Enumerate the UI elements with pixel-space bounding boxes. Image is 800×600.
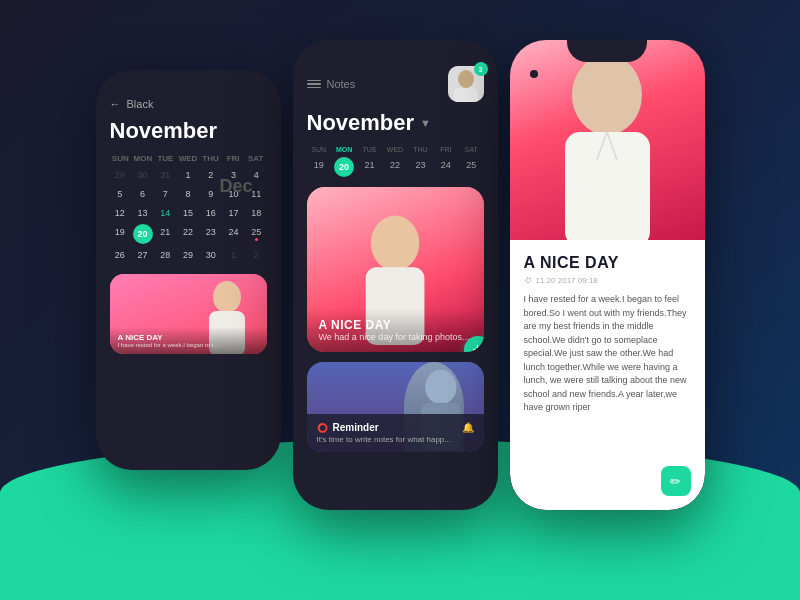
cal-header-mon: MON [132,154,154,163]
notes-month: November ▼ [307,110,484,136]
notes-title-area: Notes [307,78,356,90]
phone-mid-content: Notes 3 November ▼ [293,40,498,510]
mid-cal-header-wed: WED [383,146,407,153]
cal-day[interactable]: 30 [200,247,221,264]
svg-point-3 [458,70,474,88]
bell-icon: 🔔 [462,422,474,433]
calendar-next-month: Dec [219,176,252,197]
cal-header-tue: TUE [155,154,177,163]
cal-day[interactable]: 22 [178,224,199,245]
mid-cal-d-today[interactable]: 20 [334,157,354,177]
cal-day[interactable]: 9 [200,186,221,203]
cal-day-today[interactable]: 20 [133,224,153,244]
mid-cal-d[interactable]: 24 [434,157,458,177]
mid-cal-header-mon: MON [332,146,356,153]
cal-header-fri: FRI [222,154,244,163]
svg-point-9 [572,55,642,135]
cal-day[interactable]: 23 [200,224,221,245]
notes-label: Notes [327,78,356,90]
back-arrow-icon: ← [110,98,121,110]
cal-day[interactable]: 29 [110,167,131,184]
cal-day[interactable]: 25 [246,224,267,245]
mid-cal-d[interactable]: 23 [408,157,432,177]
mid-cal-header-sun: SUN [307,146,331,153]
cal-day[interactable]: 5 [110,186,131,203]
cal-day[interactable]: 18 [246,205,267,222]
phone-left: ← Black November Dec SUN MON TUE WED THU… [96,70,281,470]
cal-day[interactable]: 16 [200,205,221,222]
edit-button[interactable]: ✏ [661,466,691,496]
cal-day[interactable]: 19 [110,224,131,245]
cal-day[interactable]: 21 [155,224,176,245]
cal-day[interactable]: 6 [132,186,153,203]
reminder-circle-icon: ⭕ [317,423,328,433]
left-card-text: A NICE DAY I have rested for a week.I be… [110,327,267,354]
cal-day[interactable]: 1 [223,247,244,264]
detail-photo [510,40,705,240]
nice-day-info: A NICE DAY We had a nice day for taking … [307,308,484,352]
cal-day[interactable]: 13 [132,205,153,222]
cal-day[interactable]: 24 [223,224,244,245]
svg-rect-10 [565,132,650,240]
cal-day[interactable]: 15 [178,205,199,222]
hamburger-icon[interactable] [307,80,321,89]
detail-date-value: 11.20 2017 09:18 [536,276,598,285]
svg-point-0 [213,281,241,313]
cal-day[interactable]: 17 [223,205,244,222]
mid-cal-d[interactable]: 19 [307,157,331,177]
notes-month-label: November [307,110,415,136]
mid-cal-d[interactable]: 22 [383,157,407,177]
nice-day-card[interactable]: A NICE DAY We had a nice day for taking … [307,187,484,352]
cal-day[interactable]: 28 [155,247,176,264]
camera-dot [530,70,538,78]
reminder-label-text: Reminder [333,422,379,433]
mid-cal-header-fri: FRI [434,146,458,153]
reminder-overlay: ⭕ Reminder 🔔 It's time to write notes fo… [307,414,484,452]
cal-day[interactable]: 1 [178,167,199,184]
detail-title: A NICE DAY [524,254,691,272]
back-label: Black [127,98,154,110]
cal-day[interactable]: 29 [178,247,199,264]
edit-icon: ✏ [670,474,681,489]
cal-day[interactable]: 31 [155,167,176,184]
phone-mid: Notes 3 November ▼ [293,40,498,510]
mid-cal-header-sat: SAT [459,146,483,153]
month-arrow-icon[interactable]: ▼ [420,117,431,129]
cal-day[interactable]: 12 [110,205,131,222]
left-card-title: A NICE DAY [118,333,259,342]
mid-cal-d[interactable]: 21 [357,157,381,177]
phone-left-content: ← Black November Dec SUN MON TUE WED THU… [96,70,281,470]
svg-point-5 [370,216,418,271]
mid-cal-header: SUN MON TUE WED THU FRI SAT [307,146,484,153]
cal-day[interactable]: 8 [178,186,199,203]
avatar-wrapper: 3 [448,66,484,102]
back-button[interactable]: ← Black [110,98,267,110]
calendar-month-title: November [110,118,267,144]
cal-day[interactable]: 30 [132,167,153,184]
reminder-header-row: ⭕ Reminder 🔔 [317,422,474,433]
cal-day[interactable]: 2 [200,167,221,184]
cal-day[interactable]: 27 [132,247,153,264]
left-card-desc: I have rested for a week.I began to t... [118,342,259,348]
mid-cal-header-tue: TUE [357,146,381,153]
cal-day[interactable]: 7 [155,186,176,203]
svg-rect-4 [454,88,478,102]
mid-cal-row: 19 20 21 22 23 24 25 [307,157,484,177]
reminder-card[interactable]: ⭕ Reminder 🔔 It's time to write notes fo… [307,362,484,452]
reminder-label: ⭕ Reminder [317,422,379,433]
notes-header: Notes 3 [307,66,484,102]
nice-day-title: A NICE DAY [319,318,472,332]
left-card-preview[interactable]: A NICE DAY I have rested for a week.I be… [110,274,267,354]
cal-header-sun: SUN [110,154,132,163]
detail-date: ⏱ 11.20 2017 09:18 [524,276,691,285]
cal-header-thu: THU [200,154,222,163]
svg-point-7 [425,370,456,405]
phone-right-content: A NICE DAY ⏱ 11.20 2017 09:18 I have res… [510,40,705,510]
cal-header-wed: WED [177,154,199,163]
clock-icon: ⏱ [524,276,532,285]
cal-header-sat: SAT [245,154,267,163]
cal-day[interactable]: 14 [155,205,176,222]
cal-day[interactable]: 2 [246,247,267,264]
cal-day[interactable]: 26 [110,247,131,264]
mid-cal-d[interactable]: 25 [459,157,483,177]
